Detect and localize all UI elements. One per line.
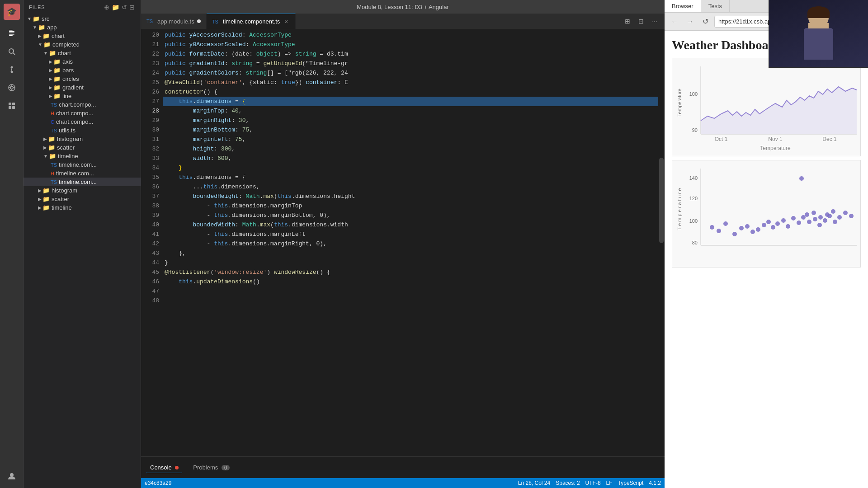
git-branch-status[interactable]: e34c83a29: [145, 480, 171, 486]
line-number-active: 28: [141, 106, 159, 116]
sidebar-user-icon[interactable]: [4, 468, 20, 484]
collapse-icon[interactable]: ⊟: [129, 4, 135, 11]
tree-arrow: ▼: [38, 42, 42, 47]
tab-bar: TS app.module.ts TS timeline.component.t…: [141, 14, 665, 29]
line-number: 38: [141, 201, 159, 211]
tree-label: axis: [62, 58, 73, 65]
tree-arrow: ▶: [49, 59, 52, 64]
folder-icon: 📁: [42, 187, 50, 194]
svg-point-53: [801, 215, 806, 220]
line-number: 36: [141, 182, 159, 192]
tree-label: chart.compo...: [56, 110, 93, 117]
sidebar-files-icon[interactable]: [4, 25, 20, 42]
tab-app-module[interactable]: TS app.module.ts: [141, 14, 207, 29]
tree-item-timeline-comp1[interactable]: TS timeline.com...: [24, 160, 141, 169]
language-status[interactable]: TypeScript: [618, 480, 644, 486]
tree-item-chart-comp1[interactable]: TS chart.compo...: [24, 100, 141, 109]
tree-item-line[interactable]: ▶ 📁 line: [24, 92, 141, 100]
tree-item-chart[interactable]: ▶ 📁 chart: [24, 32, 141, 40]
new-folder-icon[interactable]: 📁: [112, 4, 120, 11]
more-actions-button[interactable]: ···: [648, 15, 661, 28]
tree-item-histogram2[interactable]: ▶ 📁 histogram: [24, 186, 141, 195]
console-tab[interactable]: Console: [146, 462, 182, 473]
folder-icon: 📁: [49, 50, 56, 56]
line-chart-container: 100 90 Temperature Oct 1 Nov 1 Dec 1 Tem…: [672, 58, 861, 156]
tree-item-chart-comp2[interactable]: H chart.compo...: [24, 109, 141, 117]
scatter-chart-container: 140 120 100 80 T e m p e r a t u r e: [672, 160, 861, 267]
code-line-33: height: 300,: [163, 144, 658, 154]
tree-arrow: ▶: [38, 33, 42, 38]
line-number: 32: [141, 144, 159, 154]
tree-label: chart.compo...: [56, 118, 93, 125]
folder-icon: 📁: [48, 136, 55, 142]
new-file-icon[interactable]: ⊕: [104, 4, 110, 11]
tab-timeline-component[interactable]: TS timeline.component.ts ×: [207, 14, 296, 29]
toggle-view-button[interactable]: ⊡: [635, 15, 647, 28]
svg-point-67: [843, 211, 848, 215]
status-bar: e34c83a29 Ln 28, Col 24 Spaces: 2 UTF-8 …: [141, 478, 665, 488]
problems-tab[interactable]: Problems 0: [189, 462, 233, 473]
refresh-button[interactable]: ↺: [699, 15, 712, 28]
tree-item-utils[interactable]: TS utils.ts: [24, 126, 141, 135]
tree-item-histogram[interactable]: ▶ 📁 histogram: [24, 135, 141, 143]
editor-scrollbar[interactable]: [658, 29, 665, 456]
tab-close-button[interactable]: ×: [283, 18, 290, 25]
refresh-icon[interactable]: ↺: [122, 4, 127, 11]
svg-text:T e m p e r a t u r e: T e m p e r a t u r e: [677, 188, 682, 230]
tree-label: scatter: [52, 196, 69, 202]
svg-text:120: 120: [689, 196, 698, 201]
folder-icon: 📁: [33, 15, 40, 22]
line-number: 21: [141, 40, 159, 49]
tree-item-circles[interactable]: ▶ 📁 circles: [24, 75, 141, 83]
split-editor-button[interactable]: ⊞: [621, 15, 634, 28]
back-button[interactable]: ←: [668, 15, 681, 28]
line-number: 22: [141, 49, 159, 59]
code-line-37: ...this.dimensions,: [163, 182, 658, 192]
tree-arrow: ▶: [43, 145, 47, 150]
sidebar-search-icon[interactable]: [4, 43, 20, 60]
code-line-24: public gradientColors: string[] = ["rgb(…: [163, 68, 658, 78]
svg-point-44: [756, 227, 760, 232]
tree-item-gradient[interactable]: ▶ 📁 gradient: [24, 83, 141, 92]
code-line-36: this.dimensions = {: [163, 173, 658, 182]
browser-tab-tests[interactable]: Tests: [701, 0, 730, 12]
spaces-status[interactable]: Spaces: 2: [556, 480, 580, 486]
line-ending-status[interactable]: LF: [606, 480, 613, 486]
problems-tab-label: Problems: [193, 464, 218, 471]
tree-item-completed[interactable]: ▼ 📁 completed: [24, 40, 141, 49]
tree-label: scatter: [57, 144, 75, 151]
line-number: 47: [141, 286, 159, 296]
tree-item-timeline[interactable]: ▼ 📁 timeline: [24, 152, 141, 160]
sidebar-extensions-icon[interactable]: [4, 98, 20, 114]
browser-tab-browser[interactable]: Browser: [665, 0, 701, 12]
tab-modified-indicator: [197, 19, 201, 23]
tree-label: circles: [62, 75, 79, 82]
svg-rect-19: [12, 106, 15, 109]
encoding-status[interactable]: UTF-8: [585, 480, 601, 486]
tree-item-src[interactable]: ▼ 📁 src: [24, 14, 141, 23]
tree-item-timeline-comp3[interactable]: TS timeline.com...: [24, 178, 141, 186]
code-editor[interactable]: public yAccessorScaled: AccessorType pub…: [163, 29, 658, 456]
svg-point-65: [831, 209, 835, 214]
tree-item-axis[interactable]: ▶ 📁 axis: [24, 57, 141, 66]
forward-button[interactable]: →: [684, 15, 696, 28]
line-number: 24: [141, 68, 159, 78]
line-number: 44: [141, 258, 159, 267]
tree-item-timeline-comp2[interactable]: H timeline.com...: [24, 169, 141, 178]
file-explorer: Files ⊕ 📁 ↺ ⊟ ▼ 📁 src ▼ 📁 app ▶ 📁 chart …: [24, 0, 141, 488]
cursor-position[interactable]: Ln 28, Col 24: [518, 480, 550, 486]
tree-item-bars[interactable]: ▶ 📁 bars: [24, 66, 141, 75]
tree-item-scatter[interactable]: ▶ 📁 scatter: [24, 143, 141, 152]
tree-item-chart-comp3[interactable]: C chart.compo...: [24, 117, 141, 126]
code-line-31: marginBottom: 75,: [163, 125, 658, 135]
tree-item-timeline2[interactable]: ▶ 📁 timeline: [24, 203, 141, 212]
tree-label: line: [62, 93, 71, 99]
tree-arrow: ▶: [49, 68, 52, 73]
tree-item-scatter2[interactable]: ▶ 📁 scatter: [24, 195, 141, 203]
sidebar-git-icon[interactable]: [4, 61, 20, 78]
code-line-28: this.dimensions = {: [163, 97, 658, 106]
tree-item-chart-sub[interactable]: ▼ 📁 chart: [24, 49, 141, 57]
svg-point-38: [717, 229, 721, 233]
tree-item-app[interactable]: ▼ 📁 app: [24, 23, 141, 32]
sidebar-debug-icon[interactable]: [4, 80, 20, 96]
